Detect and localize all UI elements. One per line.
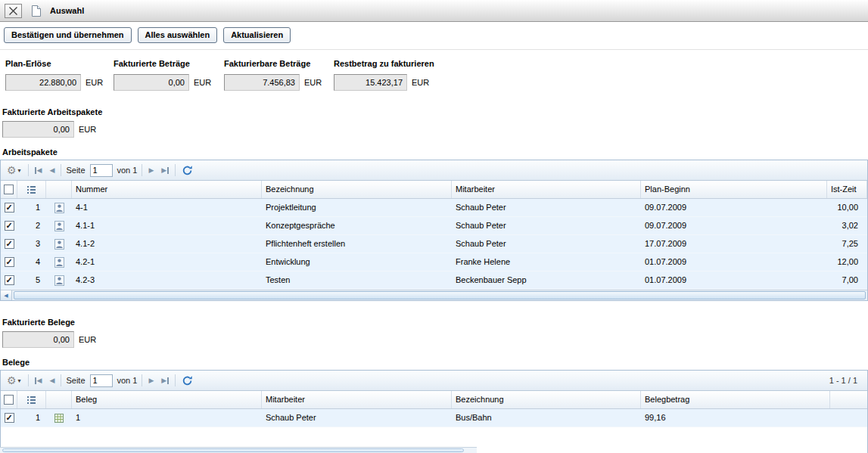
row-number-list-icon[interactable] [17, 181, 46, 198]
belege-title: Belege [2, 358, 868, 367]
row-number: 1 [17, 409, 46, 427]
cell-mitarbeiter: Schaub Peter [452, 235, 641, 253]
cell-plan-beginn: 01.07.2009 [641, 253, 827, 271]
belege-grid-toolbar: ⚙ ▾ ◀ ◀ Seite von 1 ▶ ▶ 1 - 1 / 1 [1, 371, 867, 391]
row-select-cell[interactable]: ✓ [1, 271, 17, 289]
cell-filler [830, 409, 867, 427]
fakturierte-belege-label: Fakturierte Belege [2, 318, 868, 327]
gear-icon: ⚙ [7, 165, 17, 175]
column-header-mitarbeiter[interactable]: Mitarbeiter [262, 391, 452, 408]
icon-column-header [46, 391, 72, 408]
scroll-left-button[interactable]: ◀ [1, 290, 12, 300]
workpackage-person-icon [46, 199, 72, 216]
next-page-button[interactable]: ▶ [147, 377, 155, 384]
cell-nummer: 4.1-2 [72, 235, 262, 253]
column-header-bezeichnung[interactable]: Bezeichnung [262, 181, 452, 198]
fakturierte-arbeitspakete-label: Fakturierte Arbeitspakete [2, 107, 868, 116]
scrollbar-thumb[interactable] [2, 448, 464, 452]
row-checkbox[interactable]: ✓ [5, 239, 14, 249]
prev-page-button[interactable]: ◀ [48, 377, 57, 384]
row-select-cell[interactable]: ✓ [1, 253, 17, 271]
refresh-button[interactable]: Aktualisieren [223, 27, 291, 43]
restbetrag-value: 15.423,17 [334, 74, 407, 91]
currency-label: EUR [194, 78, 211, 87]
row-select-cell[interactable]: ✓ [1, 235, 17, 253]
cell-plan-beginn: 09.07.2009 [641, 217, 827, 234]
cell-mitarbeiter: Schaub Peter [452, 199, 641, 216]
currency-label: EUR [304, 78, 322, 87]
arbeitspakete-body: ✓14-1ProjektleitungSchaub Peter09.07.200… [1, 199, 867, 290]
fakturierte-arbeitspakete-value: 0,00 [2, 121, 74, 138]
row-select-cell[interactable]: ✓ [1, 409, 17, 427]
row-number: 1 [17, 199, 46, 216]
check-icon: ✓ [5, 222, 12, 230]
select-all-checkbox[interactable] [1, 181, 17, 198]
cell-nummer: 4.2-3 [72, 271, 262, 289]
workpackage-person-icon [46, 217, 72, 234]
cell-beleg: 1 [72, 409, 262, 427]
scrollbar-thumb[interactable] [14, 291, 866, 299]
row-checkbox[interactable]: ✓ [5, 221, 14, 231]
close-button[interactable] [5, 4, 22, 18]
prev-page-button[interactable]: ◀ [48, 166, 57, 174]
settings-gear-button[interactable]: ⚙ ▾ [5, 164, 23, 176]
workpackage-person-icon [46, 271, 72, 289]
row-checkbox[interactable]: ✓ [5, 203, 14, 213]
first-page-button[interactable]: ◀ [33, 166, 44, 174]
check-icon: ✓ [5, 240, 12, 248]
currency-label: EUR [412, 78, 429, 87]
gear-icon: ⚙ [7, 375, 17, 386]
currency-label: EUR [79, 335, 96, 344]
arbeitspakete-row[interactable]: ✓54.2-3TestenBeckenbauer Sepp01.07.20097… [1, 271, 867, 290]
row-number-list-icon[interactable] [17, 391, 46, 408]
column-header-plan-beginn[interactable]: Plan-Beginn [641, 181, 827, 198]
select-all-button[interactable]: Alles auswählen [138, 27, 218, 43]
row-select-cell[interactable]: ✓ [1, 217, 17, 234]
fakturierbare-betraege-value: 7.456,83 [224, 74, 300, 91]
cell-bezeichnung: Testen [262, 271, 452, 289]
confirm-apply-button[interactable]: Bestätigen und übernehmen [4, 27, 132, 43]
arbeitspakete-row[interactable]: ✓34.1-2Pflichtenheft erstellenSchaub Pet… [1, 235, 867, 253]
plan-erloese-value: 22.880,00 [5, 74, 81, 91]
refresh-icon[interactable] [182, 165, 193, 176]
first-page-button[interactable]: ◀ [33, 377, 44, 384]
belege-row[interactable]: ✓11Schaub PeterBus/Bahn99,16 [1, 409, 867, 427]
last-page-button[interactable]: ▶ [160, 166, 170, 174]
cell-mitarbeiter: Franke Helene [452, 253, 641, 271]
arbeitspakete-row[interactable]: ✓44.2-1EntwicklungFranke Helene01.07.200… [1, 253, 867, 271]
page-input[interactable] [90, 164, 113, 177]
horizontal-scrollbar[interactable]: ◀ [1, 290, 867, 300]
row-checkbox[interactable]: ✓ [5, 275, 14, 285]
column-header-nummer[interactable]: Nummer [72, 181, 262, 198]
row-select-cell[interactable]: ✓ [1, 199, 17, 216]
field-label: Fakturierte Beträge [114, 59, 224, 68]
page-horizontal-scrollbar[interactable] [0, 447, 477, 453]
cell-ist-zeit: 10,00 [827, 199, 867, 216]
column-header-bezeichnung[interactable]: Bezeichnung [452, 391, 641, 408]
last-page-button[interactable]: ▶ [160, 377, 170, 384]
settings-gear-button[interactable]: ⚙ ▾ [5, 374, 23, 386]
row-checkbox[interactable]: ✓ [5, 413, 14, 423]
summary-section: Plan-Erlöse 22.880,00 EUR Fakturierte Be… [0, 50, 868, 91]
column-header-ist-zeit[interactable]: Ist-Zeit [827, 181, 867, 198]
page-input[interactable] [90, 374, 113, 387]
select-all-checkbox[interactable] [1, 391, 17, 408]
cell-ist-zeit: 7,25 [827, 235, 867, 253]
document-icon [31, 5, 41, 17]
receipt-icon [46, 409, 72, 427]
cell-nummer: 4.1-1 [72, 217, 262, 234]
refresh-icon[interactable] [182, 375, 193, 386]
cell-nummer: 4-1 [72, 199, 262, 216]
field-label: Fakturierbare Beträge [224, 59, 334, 68]
column-header-beleg[interactable]: Beleg [72, 391, 262, 408]
arbeitspakete-grid: ⚙ ▾ ◀ ◀ Seite von 1 ▶ ▶ [0, 160, 868, 301]
arbeitspakete-row[interactable]: ✓14-1ProjektleitungSchaub Peter09.07.200… [1, 199, 867, 217]
column-header-mitarbeiter[interactable]: Mitarbeiter [452, 181, 641, 198]
next-page-button[interactable]: ▶ [147, 166, 155, 174]
column-header-belegbetrag[interactable]: Belegbetrag [641, 391, 830, 408]
toolbar-separator [175, 164, 176, 176]
fakturierte-betraege-value: 0,00 [114, 74, 189, 91]
row-number: 5 [17, 271, 46, 289]
arbeitspakete-row[interactable]: ✓24.1-1KonzeptgesprächeSchaub Peter09.07… [1, 217, 867, 235]
row-checkbox[interactable]: ✓ [5, 257, 14, 267]
